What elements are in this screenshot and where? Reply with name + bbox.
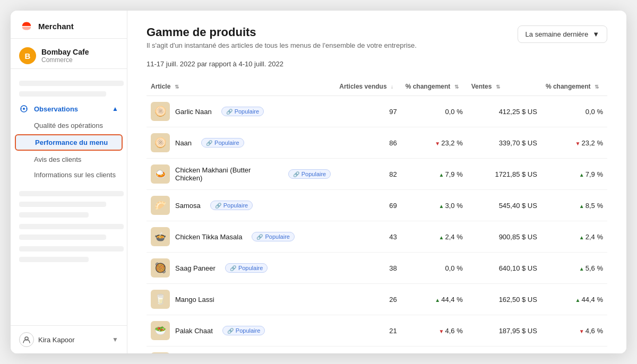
store-type: Commerce (41, 56, 89, 64)
item-name: Chicken Makhani (Butter Chicken) (175, 166, 279, 182)
cell-pct2: ▲7,9 % (541, 159, 607, 190)
cell-article: 🍲 Chicken Tikka Masala Populaire (147, 221, 335, 253)
nav-placeholder-2 (19, 91, 106, 97)
store-name: Bombay Cafe (41, 48, 89, 56)
sort-pct2-icon[interactable]: ⇅ (595, 84, 599, 90)
cell-ventes: 900,85 $ US (467, 221, 541, 253)
item-cell: 🥘 Saag Paneer Populaire (151, 258, 331, 278)
cell-pct2: 0,0 % (541, 96, 607, 127)
popular-badge: Populaire (210, 201, 253, 210)
sort-sold-icon[interactable]: ↓ (391, 84, 393, 90)
cell-article: 🫓 Naan Populaire (147, 127, 335, 159)
item-name: Naan (175, 139, 192, 147)
cell-sold: 21 (335, 315, 401, 346)
user-name: Kira Kapoor (38, 336, 108, 344)
nav-sub-performance[interactable]: Performance du menu (15, 134, 123, 151)
nav-placeholder-5 (19, 212, 89, 218)
cell-pct1: 0,0 % (401, 96, 467, 127)
table-row: 🥘 Saag Paneer Populaire 38 0,0 % 640,10 … (147, 253, 607, 284)
observations-chevron-icon: ▲ (112, 105, 118, 112)
popular-badge: Populaire (221, 107, 264, 116)
cell-ventes: 545,40 $ US (467, 190, 541, 221)
cell-sold: 82 (335, 159, 401, 190)
store-avatar: B (19, 47, 36, 64)
main-content: Gamme de produits Il s'agit d'un instant… (127, 11, 626, 353)
nav-placeholder-6 (19, 224, 124, 229)
nav-item-observations[interactable]: Observations ▲ (11, 100, 127, 118)
sidebar: Merchant B Bombay Cafe Commerce (11, 11, 127, 353)
cell-pct2: ▲17,6 % (541, 346, 607, 354)
cell-ventes: 85,00 $ US (467, 346, 541, 354)
app-window: Merchant B Bombay Cafe Commerce (11, 11, 626, 353)
popular-badge: Populaire (225, 263, 268, 273)
arrow-up-icon: ▲ (579, 203, 584, 209)
cell-ventes: 412,25 $ US (467, 96, 541, 127)
sidebar-footer: Kira Kapoor ▼ (11, 325, 127, 353)
cell-sold: 69 (335, 190, 401, 221)
svg-point-1 (23, 108, 25, 110)
doordash-logo-icon (19, 20, 34, 32)
nav-placeholder-8 (19, 246, 124, 252)
cell-article: 🫓 Butter Naan (147, 346, 335, 354)
observations-label: Observations (34, 105, 78, 113)
item-cell: 🥗 Palak Chaat Populaire (151, 321, 331, 340)
cell-article: 🥗 Palak Chaat Populaire (147, 315, 335, 346)
cell-pct1: ▲17,6 % (401, 346, 467, 354)
col-header-pct2: % changement ⇅ (541, 77, 607, 96)
item-name: Mango Lassi (175, 296, 214, 304)
item-thumbnail: 🥛 (151, 290, 170, 309)
cell-pct1: ▼4,6 % (401, 315, 467, 346)
arrow-up-icon: ▲ (579, 235, 584, 240)
arrow-up-icon: ▲ (579, 172, 584, 178)
sidebar-nav: Observations ▲ Qualité des opérations Pe… (11, 69, 127, 325)
cell-pct1: ▲44,4 % (401, 284, 467, 315)
sort-pct1-icon[interactable]: ⇅ (454, 84, 459, 90)
item-name: Samosa (175, 202, 201, 210)
item-name: Garlic Naan (175, 108, 212, 116)
cell-ventes: 1721,85 $ US (467, 159, 541, 190)
table-row: 🥗 Palak Chaat Populaire 21 ▼4,6 % 187,95… (147, 315, 607, 346)
table-row: 🍛 Chicken Makhani (Butter Chicken) Popul… (147, 159, 607, 190)
item-cell: 🥟 Samosa Populaire (151, 196, 331, 215)
item-thumbnail: 🍲 (151, 227, 170, 246)
nav-sub-informations[interactable]: Informations sur les clients (11, 167, 127, 183)
col-header-sold: Articles vendus ↓ (335, 77, 401, 96)
table-row: 🫓 Garlic Naan Populaire 97 0,0 % 412,25 … (147, 96, 607, 127)
nav-placeholder-1 (19, 81, 124, 86)
item-thumbnail: 🥘 (151, 258, 170, 278)
cell-sold: 26 (335, 284, 401, 315)
arrow-up-icon: ▲ (575, 297, 581, 303)
table-body: 🫓 Garlic Naan Populaire 97 0,0 % 412,25 … (147, 96, 607, 354)
item-cell: 🍛 Chicken Makhani (Butter Chicken) Popul… (151, 164, 331, 184)
sort-article-icon[interactable]: ⇅ (175, 84, 179, 90)
sort-ventes-icon[interactable]: ⇅ (496, 84, 500, 90)
cell-pct2: ▲5,6 % (541, 253, 607, 284)
arrow-up-icon: ▲ (439, 235, 444, 240)
cell-ventes: 162,50 $ US (467, 284, 541, 315)
cell-pct2: ▲8,5 % (541, 190, 607, 221)
cell-sold: 97 (335, 96, 401, 127)
date-filter-button[interactable]: La semaine dernière ▼ (518, 25, 607, 43)
cell-pct1: ▲3,0 % (401, 190, 467, 221)
item-name: Saag Paneer (175, 264, 216, 272)
nav-sub-qualite[interactable]: Qualité des opérations (11, 118, 127, 133)
date-filter-chevron-icon: ▼ (592, 30, 599, 38)
cell-sold: 86 (335, 127, 401, 159)
item-cell: 🍲 Chicken Tikka Masala Populaire (151, 227, 331, 246)
nav-sub-avis[interactable]: Avis des clients (11, 152, 127, 167)
cell-sold: 38 (335, 253, 401, 284)
cell-pct2: ▼4,6 % (541, 315, 607, 346)
arrow-up-icon: ▲ (439, 203, 444, 209)
user-section[interactable]: Kira Kapoor ▼ (19, 332, 118, 347)
cell-article: 🫓 Garlic Naan Populaire (147, 96, 335, 127)
store-details: Bombay Cafe Commerce (41, 48, 89, 64)
col-header-ventes: Ventes ⇅ (467, 77, 541, 96)
cell-article: 🍛 Chicken Makhani (Butter Chicken) Popul… (147, 159, 335, 190)
sidebar-header: Merchant (11, 11, 127, 39)
store-section: B Bombay Cafe Commerce (11, 39, 127, 69)
col-header-pct1: % changement ⇅ (401, 77, 467, 96)
nav-placeholder-7 (19, 235, 106, 240)
date-range-label: 11-17 juill. 2022 par rapport à 4-10 jui… (147, 60, 607, 68)
arrow-up-icon: ▲ (435, 297, 440, 303)
item-cell: 🥛 Mango Lassi (151, 290, 331, 309)
